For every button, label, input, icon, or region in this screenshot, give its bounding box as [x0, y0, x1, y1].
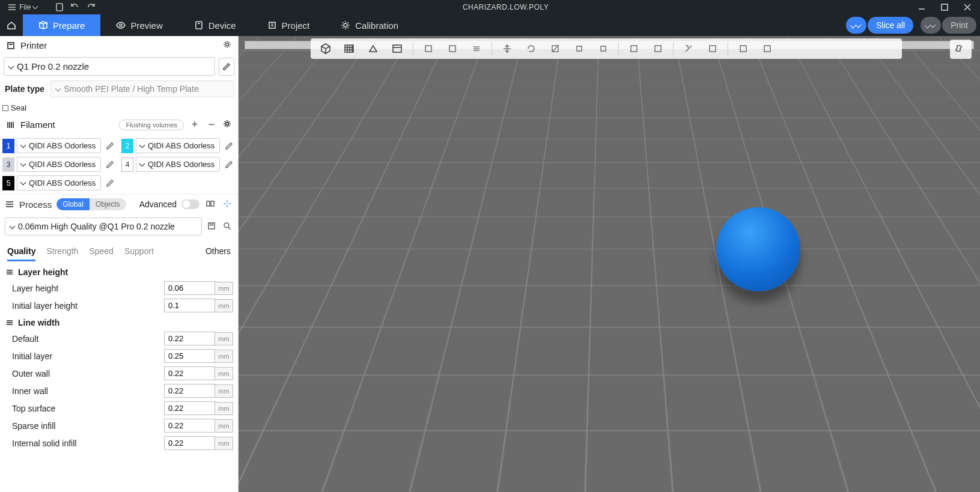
- close-button[interactable]: [958, 1, 976, 13]
- add-cube-button[interactable]: [314, 40, 337, 57]
- filament-swatch[interactable]: 5: [2, 176, 14, 190]
- param-unit: mm: [215, 282, 233, 295]
- place-button[interactable]: [568, 40, 591, 57]
- param-input[interactable]: [164, 401, 215, 415]
- printer-edit-button[interactable]: [219, 58, 234, 76]
- params-panel[interactable]: Layer heightLayer height mmInitial layer…: [0, 261, 238, 492]
- filament-select[interactable]: QIDI ABS Odorless: [136, 138, 220, 153]
- advanced-switch[interactable]: [181, 199, 199, 209]
- viewport-3d[interactable]: [239, 36, 980, 492]
- preset-save-button[interactable]: [205, 221, 218, 232]
- param-input[interactable]: [164, 281, 215, 295]
- param-input[interactable]: [164, 299, 215, 312]
- plate-type-select[interactable]: Smooth PEI Plate / High Temp Plate: [50, 80, 234, 97]
- filament-swatch[interactable]: 2: [121, 139, 133, 153]
- remove-filament-button[interactable]: −: [205, 118, 218, 131]
- filament-icon: [6, 120, 16, 130]
- print-button[interactable]: Print: [942, 17, 976, 34]
- flushing-volumes-button[interactable]: Flushing volumes: [119, 120, 184, 130]
- filament-edit-button[interactable]: [103, 176, 117, 190]
- param-group-header[interactable]: Line width: [5, 314, 233, 330]
- param-input[interactable]: [164, 349, 215, 363]
- filament-edit-button[interactable]: [103, 139, 117, 153]
- chevron-down-icon: [21, 178, 26, 187]
- svg-rect-19: [631, 46, 637, 52]
- ptab-others[interactable]: Others: [205, 243, 231, 261]
- process-label: Process: [19, 199, 52, 210]
- move-button[interactable]: [496, 40, 519, 57]
- ai-button[interactable]: [221, 199, 233, 210]
- printer-section-head: Printer: [0, 36, 238, 55]
- edit-icon: [105, 141, 115, 151]
- redo-icon[interactable]: [83, 1, 99, 13]
- ptab-speed[interactable]: Speed: [89, 243, 113, 261]
- ptab-quality[interactable]: Quality: [7, 243, 35, 261]
- filament-swatch[interactable]: 3: [2, 157, 14, 172]
- split-button[interactable]: [386, 40, 409, 57]
- ptab-strength[interactable]: Strength: [46, 243, 78, 261]
- param-input[interactable]: [164, 332, 215, 345]
- preset-search-button[interactable]: [221, 221, 233, 232]
- tab-prepare[interactable]: Prepare: [23, 14, 100, 36]
- add-plate-button[interactable]: [338, 40, 361, 57]
- printer-select[interactable]: Q1 Pro 0.2 nozzle: [4, 57, 215, 76]
- svg-point-12: [224, 223, 229, 228]
- filament-swatch[interactable]: 1: [2, 139, 14, 153]
- seal-checkbox[interactable]: [2, 105, 8, 111]
- chevron-down-icon: [56, 84, 61, 94]
- rotate-button[interactable]: [520, 40, 543, 57]
- toggle-global[interactable]: Global: [56, 198, 90, 210]
- home-button[interactable]: [0, 14, 23, 36]
- tab-label: Project: [282, 20, 310, 31]
- filament-edit-button[interactable]: [222, 157, 236, 172]
- process-preset-select[interactable]: 0.06mm High Quality @Q1 Pro 0.2 nozzle: [5, 217, 202, 235]
- tool-button[interactable]: [677, 40, 700, 57]
- undo-icon[interactable]: [67, 1, 83, 13]
- filament-edit-button[interactable]: [222, 139, 236, 153]
- tool-button[interactable]: [441, 40, 464, 57]
- tab-calibration[interactable]: Calibration: [325, 14, 414, 36]
- filament-select[interactable]: QIDI ABS Odorless: [17, 138, 101, 153]
- filament-item: 2 QIDI ABS Odorless: [121, 138, 236, 153]
- seal-checkbox-row[interactable]: Seal: [0, 102, 238, 116]
- tool-button[interactable]: [647, 40, 669, 57]
- printer-settings-button[interactable]: [222, 40, 232, 51]
- minimize-button[interactable]: [913, 1, 931, 13]
- param-input[interactable]: [164, 436, 215, 450]
- cut-button[interactable]: [592, 40, 615, 57]
- filament-select[interactable]: QIDI ABS Odorless: [136, 157, 220, 172]
- model-sphere[interactable]: [716, 207, 800, 291]
- new-file-icon[interactable]: [52, 1, 67, 13]
- filament-swatch[interactable]: 4: [121, 157, 133, 172]
- param-input[interactable]: [164, 366, 215, 380]
- tool-button[interactable]: [622, 40, 645, 57]
- filament-edit-button[interactable]: [103, 157, 117, 172]
- print-dropdown[interactable]: [921, 17, 941, 34]
- param-input[interactable]: [164, 419, 215, 433]
- filament-select[interactable]: QIDI ABS Odorless: [17, 157, 101, 172]
- param-group-header[interactable]: Layer height: [5, 264, 233, 279]
- file-menu[interactable]: File: [4, 1, 42, 13]
- tool-button[interactable]: [732, 40, 755, 57]
- toggle-objects[interactable]: Objects: [90, 198, 126, 210]
- assembly-view-button[interactable]: [950, 40, 972, 59]
- auto-orient-button[interactable]: [362, 40, 385, 57]
- scale-button[interactable]: [544, 40, 567, 57]
- filament-select[interactable]: QIDI ABS Odorless: [17, 175, 101, 190]
- tool-button[interactable]: [465, 40, 488, 57]
- filament-settings-button[interactable]: [222, 119, 232, 130]
- tab-project[interactable]: Project: [252, 14, 326, 36]
- add-filament-button[interactable]: +: [189, 118, 201, 131]
- compare-button[interactable]: [204, 199, 216, 210]
- tool-button[interactable]: [756, 40, 779, 57]
- tool-button[interactable]: [701, 40, 724, 57]
- tab-device[interactable]: Device: [178, 14, 252, 36]
- slice-button[interactable]: Slice all: [868, 17, 913, 34]
- slice-dropdown[interactable]: [846, 17, 866, 34]
- ptab-support[interactable]: Support: [124, 243, 154, 261]
- maximize-button[interactable]: [936, 1, 954, 13]
- param-input[interactable]: [164, 384, 215, 398]
- tool-button[interactable]: [417, 40, 440, 57]
- tab-preview[interactable]: Preview: [100, 14, 178, 36]
- search-icon: [222, 221, 232, 231]
